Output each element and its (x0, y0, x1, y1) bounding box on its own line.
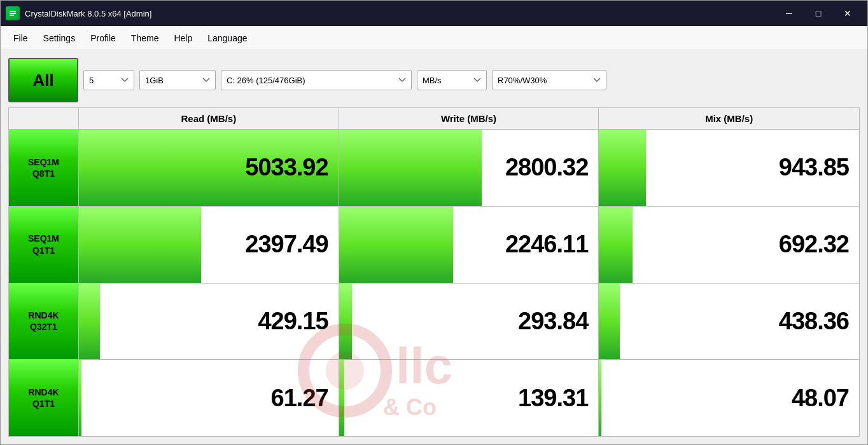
value-read-rnd4k-q32t1: 429.15 (258, 308, 328, 335)
table-row: SEQ1MQ1T1 2397.49 2246.11 692.32 (9, 207, 859, 284)
titlebar: CrystalDiskMark 8.0.5 x64 [Admin] ─ □ ✕ (1, 1, 867, 26)
app-icon (6, 6, 20, 20)
size-select[interactable]: 1GiB 512MiB 256MiB (139, 70, 216, 90)
value-mix-rnd4k-q1t1: 48.07 (792, 385, 849, 412)
value-read-rnd4k-q1t1: 61.27 (271, 385, 328, 412)
table-row: RND4KQ1T1 61.27 139.31 48.07 (9, 360, 859, 436)
header-mix: Mix (MB/s) (599, 108, 859, 129)
bar-mix-seq1m-q8t1 (599, 130, 646, 206)
row-label-seq1m-q8t1: SEQ1MQ8T1 (9, 130, 79, 206)
table-header: Read (MB/s) Write (MB/s) Mix (MB/s) (9, 108, 859, 130)
count-select[interactable]: 5 1 3 (83, 70, 134, 90)
value-write-rnd4k-q32t1: 293.84 (518, 308, 588, 335)
bar-write-rnd4k-q1t1 (339, 360, 344, 436)
controls-row: All 5 1 3 1GiB 512MiB 256MiB C: 26% (125… (8, 58, 860, 102)
value-mix-seq1m-q1t1: 692.32 (779, 231, 849, 258)
profile-select[interactable]: R70%/W30% Default (492, 70, 606, 90)
menu-file[interactable]: File (6, 31, 36, 46)
window-controls: ─ □ ✕ (774, 1, 862, 26)
value-read-seq1m-q8t1: 5033.92 (245, 154, 328, 181)
value-mix-rnd4k-q32t1: 438.36 (779, 308, 849, 335)
value-write-rnd4k-q1t1: 139.31 (518, 385, 588, 412)
menu-language[interactable]: Language (200, 31, 255, 46)
bar-mix-rnd4k-q32t1 (599, 284, 620, 360)
svg-rect-3 (10, 15, 14, 16)
window-title: CrystalDiskMark 8.0.5 x64 [Admin] (25, 9, 774, 18)
value-mix-seq1m-q8t1: 943.85 (779, 154, 849, 181)
cell-mix-seq1m-q1t1: 692.32 (599, 207, 859, 283)
header-label (9, 108, 79, 129)
bar-read-rnd4k-q1t1 (79, 360, 81, 436)
all-button[interactable]: All (8, 58, 78, 102)
maximize-button[interactable]: □ (804, 1, 833, 26)
svg-rect-1 (10, 13, 16, 14)
bar-write-seq1m-q1t1 (339, 207, 453, 283)
results-table: Read (MB/s) Write (MB/s) Mix (MB/s) SEQ1… (8, 107, 860, 437)
bar-write-rnd4k-q32t1 (339, 284, 352, 360)
bar-mix-seq1m-q1t1 (599, 207, 633, 283)
close-button[interactable]: ✕ (833, 1, 862, 26)
menu-help[interactable]: Help (166, 31, 200, 46)
cell-read-rnd4k-q32t1: 429.15 (79, 284, 339, 360)
header-write: Write (MB/s) (339, 108, 599, 129)
bar-read-rnd4k-q32t1 (79, 284, 100, 360)
cell-mix-rnd4k-q32t1: 438.36 (599, 284, 859, 360)
bar-mix-rnd4k-q1t1 (599, 360, 601, 436)
cell-mix-seq1m-q8t1: 943.85 (599, 130, 859, 206)
cell-write-rnd4k-q1t1: 139.31 (339, 360, 599, 436)
row-label-rnd4k-q1t1: RND4KQ1T1 (9, 360, 79, 436)
bar-read-seq1m-q1t1 (79, 207, 201, 283)
menu-profile[interactable]: Profile (83, 31, 123, 46)
cell-write-seq1m-q8t1: 2800.32 (339, 130, 599, 206)
menubar: File Settings Profile Theme Help Languag… (1, 26, 867, 50)
cell-mix-rnd4k-q1t1: 48.07 (599, 360, 859, 436)
value-read-seq1m-q1t1: 2397.49 (245, 231, 328, 258)
table-row: RND4KQ32T1 429.15 293.84 438.36 (9, 284, 859, 360)
results-wrapper: Read (MB/s) Write (MB/s) Mix (MB/s) SEQ1… (8, 107, 860, 437)
cell-read-seq1m-q8t1: 5033.92 (79, 130, 339, 206)
value-write-seq1m-q1t1: 2246.11 (505, 231, 588, 258)
header-read: Read (MB/s) (79, 108, 339, 129)
row-label-rnd4k-q32t1: RND4KQ32T1 (9, 284, 79, 360)
cell-read-seq1m-q1t1: 2397.49 (79, 207, 339, 283)
cell-read-rnd4k-q1t1: 61.27 (79, 360, 339, 436)
window: CrystalDiskMark 8.0.5 x64 [Admin] ─ □ ✕ … (0, 0, 868, 445)
main-content: All 5 1 3 1GiB 512MiB 256MiB C: 26% (125… (1, 50, 867, 444)
bar-write-seq1m-q8t1 (339, 130, 482, 206)
menu-settings[interactable]: Settings (36, 31, 83, 46)
minimize-button[interactable]: ─ (774, 1, 804, 26)
row-label-seq1m-q1t1: SEQ1MQ1T1 (9, 207, 79, 283)
value-write-seq1m-q8t1: 2800.32 (505, 154, 588, 181)
cell-write-rnd4k-q32t1: 293.84 (339, 284, 599, 360)
cell-write-seq1m-q1t1: 2246.11 (339, 207, 599, 283)
table-row: SEQ1MQ8T1 5033.92 2800.32 943.85 (9, 130, 859, 207)
table-body: SEQ1MQ8T1 5033.92 2800.32 943.85 (9, 130, 859, 436)
drive-select[interactable]: C: 26% (125/476GiB) (221, 70, 412, 90)
svg-rect-2 (10, 11, 16, 12)
menu-theme[interactable]: Theme (123, 31, 167, 46)
unit-select[interactable]: MB/s GB/s (417, 70, 487, 90)
